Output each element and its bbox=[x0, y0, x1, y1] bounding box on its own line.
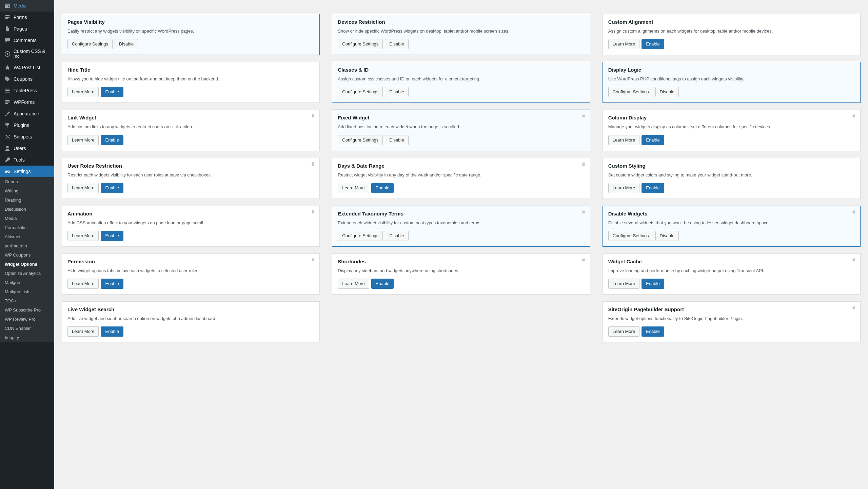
configure-settings-button[interactable]: Configure Settings bbox=[338, 39, 383, 49]
enable-button[interactable]: Enable bbox=[371, 183, 394, 193]
feature-actions: Configure SettingsDisable bbox=[608, 231, 855, 241]
feature-actions: Learn MoreEnable bbox=[608, 279, 855, 289]
enable-button[interactable]: Enable bbox=[101, 87, 123, 97]
sidebar-item-media[interactable]: Media bbox=[0, 0, 54, 12]
configure-settings-button[interactable]: Configure Settings bbox=[608, 231, 653, 241]
learn-more-button[interactable]: Learn More bbox=[608, 326, 639, 337]
sidebar-item-custom-css-js[interactable]: Custom CSS & JS bbox=[0, 46, 54, 62]
feature-description: Add custom links to any widgets to redir… bbox=[67, 124, 314, 130]
sidebar-item-forms[interactable]: Forms bbox=[0, 12, 54, 23]
learn-more-button[interactable]: Learn More bbox=[67, 231, 99, 241]
sidebar-item-coupons[interactable]: Coupons bbox=[0, 73, 54, 85]
sidebar-sub-item-mailgun[interactable]: Mailgun bbox=[0, 278, 54, 287]
feature-title: Permission bbox=[67, 259, 314, 264]
feature-actions: Learn MoreEnable bbox=[67, 279, 314, 289]
feature-title: Extended Taxonomy Terms bbox=[338, 211, 584, 217]
configure-settings-button[interactable]: Configure Settings bbox=[608, 87, 653, 97]
configure-settings-button[interactable]: Configure Settings bbox=[338, 87, 383, 97]
learn-more-button[interactable]: Learn More bbox=[338, 279, 369, 289]
enable-button[interactable]: Enable bbox=[371, 279, 394, 289]
feature-title: Column Display bbox=[608, 115, 855, 120]
configure-settings-button[interactable]: Configure Settings bbox=[338, 231, 383, 241]
configure-settings-button[interactable]: Configure Settings bbox=[67, 39, 113, 49]
media-icon bbox=[4, 2, 11, 9]
sidebar-item-label: Settings bbox=[14, 169, 31, 174]
disable-button[interactable]: Disable bbox=[655, 87, 679, 97]
sidebar-item-wpforms[interactable]: WPForms bbox=[0, 96, 54, 108]
sidebar-sub-item-widget-options[interactable]: Widget Options bbox=[0, 260, 54, 269]
sidebar-sub-item-label: CDN Enabler bbox=[5, 326, 31, 331]
sidebar-sub-item-perfmatters[interactable]: perfmatters bbox=[0, 241, 54, 250]
feature-title: Link Widget bbox=[67, 115, 314, 120]
sidebar-sub-item-label: perfmatters bbox=[5, 243, 27, 248]
feature-title: SiteOrigin Pagebuilder Support bbox=[608, 306, 855, 312]
learn-more-button[interactable]: Learn More bbox=[338, 183, 369, 193]
feature-card-shortcodes: ShortcodesDisplay any sidebars and widge… bbox=[332, 253, 590, 295]
sidebar-item-tools[interactable]: Tools bbox=[0, 154, 54, 166]
sidebar-sub-item-reading[interactable]: Reading bbox=[0, 195, 54, 205]
sidebar-item-label: Tools bbox=[14, 157, 25, 163]
sidebar-sub-item-general[interactable]: General bbox=[0, 177, 54, 186]
learn-more-button[interactable]: Learn More bbox=[67, 279, 99, 289]
learn-more-button[interactable]: Learn More bbox=[608, 183, 639, 193]
sidebar-item-users[interactable]: Users bbox=[0, 143, 54, 154]
sidebar-sub-item-wp-subscribe-pro[interactable]: WP Subscribe Pro bbox=[0, 305, 54, 315]
sidebar-sub-item-wp-coupons[interactable]: WP Coupons bbox=[0, 250, 54, 260]
enable-button[interactable]: Enable bbox=[642, 326, 664, 337]
enable-button[interactable]: Enable bbox=[101, 135, 123, 145]
sidebar-sub-item-mailgun-lists[interactable]: Mailgun Lists bbox=[0, 287, 54, 296]
learn-more-button[interactable]: Learn More bbox=[67, 135, 99, 145]
sidebar-item-label: Media bbox=[14, 3, 26, 8]
sidebar-sub-item-cdn-enabler[interactable]: CDN Enabler bbox=[0, 324, 54, 333]
learn-more-button[interactable]: Learn More bbox=[67, 183, 99, 193]
disable-button[interactable]: Disable bbox=[655, 231, 679, 241]
enable-button[interactable]: Enable bbox=[642, 39, 664, 49]
feature-description: Add fixed positioning to each widget whe… bbox=[338, 124, 584, 130]
sidebar-item-snippets[interactable]: Snippets bbox=[0, 131, 54, 143]
disable-button[interactable]: Disable bbox=[385, 135, 408, 145]
disable-button[interactable]: Disable bbox=[385, 87, 408, 97]
sidebar-item-appearance[interactable]: Appearance bbox=[0, 108, 54, 119]
learn-more-button[interactable]: Learn More bbox=[67, 87, 99, 97]
sidebar-item-w4-post-list[interactable]: W4 Post List bbox=[0, 62, 54, 73]
sliders-icon bbox=[4, 168, 11, 175]
sidebar-sub-item-label: Mailgun bbox=[5, 280, 20, 285]
sidebar-sub-item-optimize-analytics[interactable]: Optimize Analytics bbox=[0, 269, 54, 278]
disable-button[interactable]: Disable bbox=[385, 39, 408, 49]
sidebar-item-settings[interactable]: Settings bbox=[0, 166, 54, 177]
learn-more-button[interactable]: Learn More bbox=[608, 135, 639, 145]
enable-button[interactable]: Enable bbox=[101, 279, 123, 289]
feature-description: Hide widget options tabs below each widg… bbox=[67, 268, 314, 274]
sidebar-sub-item-toc-plus[interactable]: TOC+ bbox=[0, 296, 54, 305]
configure-settings-button[interactable]: Configure Settings bbox=[338, 135, 383, 145]
sidebar-item-plugins[interactable]: Plugins bbox=[0, 119, 54, 131]
sidebar-sub-item-imagify[interactable]: Imagify bbox=[0, 333, 54, 342]
feature-description: Restrict widget visibility in any day of… bbox=[338, 172, 584, 178]
plug-icon bbox=[4, 122, 11, 129]
learn-more-button[interactable]: Learn More bbox=[67, 326, 99, 337]
sidebar-sub-item-wp-review-pro[interactable]: WP Review Pro bbox=[0, 315, 54, 324]
learn-more-button[interactable]: Learn More bbox=[608, 39, 639, 49]
enable-button[interactable]: Enable bbox=[642, 135, 664, 145]
sidebar-sub-item-writing[interactable]: Writing bbox=[0, 186, 54, 195]
enable-button[interactable]: Enable bbox=[101, 231, 123, 241]
sidebar-sub-item-akismet[interactable]: Akismet bbox=[0, 232, 54, 241]
learn-more-button[interactable]: Learn More bbox=[608, 279, 639, 289]
enable-button[interactable]: Enable bbox=[642, 279, 664, 289]
sidebar-item-pages[interactable]: Pages bbox=[0, 23, 54, 35]
lock-icon bbox=[851, 305, 856, 311]
enable-button[interactable]: Enable bbox=[101, 183, 123, 193]
disable-button[interactable]: Disable bbox=[115, 39, 138, 49]
disable-button[interactable]: Disable bbox=[385, 231, 408, 241]
sidebar-sub-item-media-settings[interactable]: Media bbox=[0, 214, 54, 223]
sidebar-item-comments[interactable]: Comments bbox=[0, 35, 54, 46]
sidebar-item-tablepress[interactable]: TablePress bbox=[0, 85, 54, 96]
enable-button[interactable]: Enable bbox=[101, 326, 123, 337]
sidebar-sub-item-permalinks[interactable]: Permalinks bbox=[0, 223, 54, 232]
plus-circle-icon bbox=[4, 51, 11, 57]
lock-icon bbox=[311, 162, 315, 167]
sidebar-sub-item-discussion[interactable]: Discussion bbox=[0, 205, 54, 214]
feature-card-widget-cache: Widget CacheImprove loading and performa… bbox=[603, 253, 861, 295]
enable-button[interactable]: Enable bbox=[642, 183, 664, 193]
feature-actions: Configure SettingsDisable bbox=[67, 39, 314, 49]
